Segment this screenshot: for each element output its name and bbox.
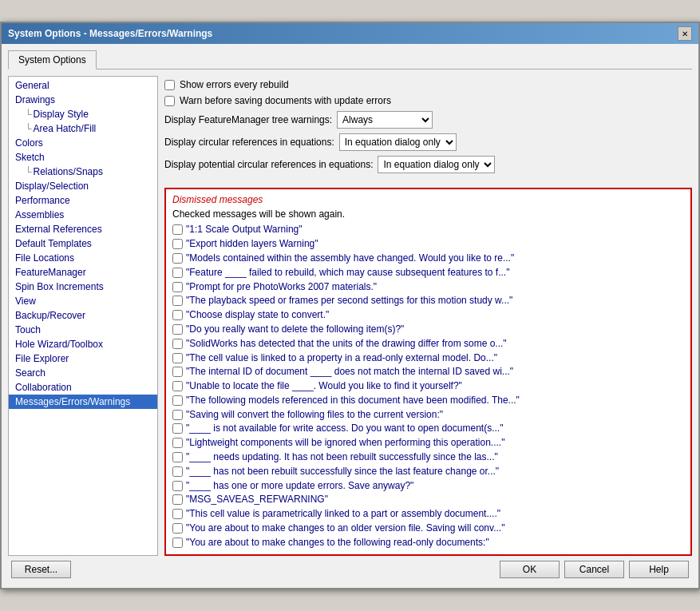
message-text: "____ has not been rebuilt successfully … <box>186 465 499 478</box>
options-area: Show errors every rebuild Warn before sa… <box>164 76 692 181</box>
sidebar-item-general[interactable]: General <box>9 78 157 93</box>
title-bar: System Options - Messages/Errors/Warning… <box>2 23 698 44</box>
message-checkbox-8[interactable] <box>172 339 183 349</box>
message-checkbox-22[interactable] <box>172 538 183 548</box>
sidebar-item-colors[interactable]: Colors <box>9 136 157 150</box>
potential-label: Display potential circular references in… <box>164 159 373 170</box>
message-checkbox-4[interactable] <box>172 282 183 292</box>
message-item: "The playback speed or frames per second… <box>172 294 684 307</box>
sidebar-item-display-selection[interactable]: Display/Selection <box>9 179 157 193</box>
message-checkbox-6[interactable] <box>172 310 183 320</box>
sidebar-item-assemblies[interactable]: Assemblies <box>9 208 157 222</box>
message-checkbox-21[interactable] <box>172 523 183 534</box>
main-window: System Options - Messages/Errors/Warning… <box>0 22 700 589</box>
message-text: "This cell value is parametrically linke… <box>186 507 500 521</box>
message-text: "____ is not available for write access.… <box>186 422 503 435</box>
messages-list: "1:1 Scale Output Warning""Export hidden… <box>172 223 684 549</box>
sidebar-item-relations-snaps[interactable]: └Relations/Snaps <box>9 165 157 179</box>
message-item: "Prompt for pre PhotoWorks 2007 material… <box>172 280 684 294</box>
message-text: "____ needs updating. It has not been re… <box>186 450 498 464</box>
message-text: "Prompt for pre PhotoWorks 2007 material… <box>186 280 377 294</box>
close-button[interactable]: ✕ <box>678 26 692 41</box>
sidebar-item-featuremanager[interactable]: FeatureManager <box>9 265 157 280</box>
window-title: System Options - Messages/Errors/Warning… <box>8 28 212 39</box>
help-button[interactable]: Help <box>629 561 689 578</box>
message-checkbox-15[interactable] <box>172 438 183 448</box>
message-checkbox-10[interactable] <box>172 367 183 377</box>
message-checkbox-5[interactable] <box>172 296 183 306</box>
reset-button[interactable]: Reset... <box>11 561 71 578</box>
message-checkbox-13[interactable] <box>172 410 183 420</box>
sidebar-item-search[interactable]: Search <box>9 366 157 380</box>
message-item: "The internal ID of document ____ does n… <box>172 365 684 379</box>
sidebar-item-spin-box-increments[interactable]: Spin Box Increments <box>9 280 157 294</box>
window-body: System Options GeneralDrawings└Display S… <box>2 44 698 587</box>
ok-button[interactable]: OK <box>500 561 560 578</box>
message-checkbox-20[interactable] <box>172 509 183 519</box>
message-item: "____ has one or more update errors. Sav… <box>172 479 684 493</box>
message-item: "Choose display state to convert." <box>172 308 684 322</box>
message-checkbox-1[interactable] <box>172 239 183 249</box>
sidebar-item-performance[interactable]: Performance <box>9 193 157 208</box>
dialog-buttons: OK Cancel Help <box>500 561 689 578</box>
message-checkbox-7[interactable] <box>172 324 183 335</box>
sidebar-item-display-style[interactable]: └Display Style <box>9 107 157 121</box>
message-item: "The cell value is linked to a property … <box>172 351 684 365</box>
sidebar-item-sketch[interactable]: Sketch <box>9 150 157 165</box>
featuremanager-label: Display FeatureManager tree warnings: <box>164 114 332 125</box>
sidebar-item-backup-recover[interactable]: Backup/Recover <box>9 308 157 323</box>
sidebar-item-view[interactable]: View <box>9 294 157 308</box>
message-item: "Models contained within the assembly ha… <box>172 252 684 265</box>
message-text: "____ has one or more update errors. Sav… <box>186 479 413 493</box>
content-area: GeneralDrawings└Display Style└Area Hatch… <box>8 76 692 555</box>
message-text: "1:1 Scale Output Warning" <box>186 223 302 236</box>
message-checkbox-16[interactable] <box>172 452 183 462</box>
option-row-2: Warn before saving documents with update… <box>164 95 692 106</box>
message-checkbox-2[interactable] <box>172 253 183 264</box>
sidebar-item-messages-errors-warnings[interactable]: Messages/Errors/Warnings <box>9 395 157 409</box>
message-checkbox-12[interactable] <box>172 395 183 406</box>
message-item: "____ is not available for write access.… <box>172 422 684 435</box>
message-text: "MSG_SAVEAS_REFWARNING" <box>186 493 328 506</box>
sidebar-item-file-locations[interactable]: File Locations <box>9 251 157 265</box>
message-checkbox-3[interactable] <box>172 268 183 278</box>
sidebar-item-default-templates[interactable]: Default Templates <box>9 236 157 251</box>
message-checkbox-17[interactable] <box>172 466 183 477</box>
message-item: "This cell value is parametrically linke… <box>172 507 684 521</box>
warn-saving-label: Warn before saving documents with update… <box>180 95 391 106</box>
option-row-1: Show errors every rebuild <box>164 79 692 90</box>
circular-select[interactable]: In equation dialog onlyAlwaysNever <box>339 133 457 151</box>
sidebar-item-area-hatch-fill[interactable]: └Area Hatch/Fill <box>9 121 157 136</box>
warn-saving-checkbox[interactable] <box>164 96 175 106</box>
dismissed-subtitle: Checked messages will be shown again. <box>172 208 684 220</box>
system-options-tab[interactable]: System Options <box>8 50 97 69</box>
featuremanager-select[interactable]: AlwaysNeverOnce per session <box>337 111 433 129</box>
message-text: "You are about to make changes to the fo… <box>186 536 489 550</box>
sidebar-item-collaboration[interactable]: Collaboration <box>9 380 157 395</box>
title-bar-buttons: ✕ <box>678 26 692 41</box>
sidebar-item-file-explorer[interactable]: File Explorer <box>9 351 157 366</box>
show-errors-checkbox[interactable] <box>164 80 175 90</box>
message-item: "Do you really want to delete the follow… <box>172 323 684 336</box>
message-item: "Export hidden layers Warning" <box>172 237 684 251</box>
message-item: "Feature ____ failed to rebuild, which m… <box>172 266 684 280</box>
message-item: "____ needs updating. It has not been re… <box>172 450 684 464</box>
sidebar-item-drawings[interactable]: Drawings <box>9 93 157 107</box>
potential-select[interactable]: In equation dialog onlyAlwaysNever <box>378 156 495 173</box>
message-checkbox-0[interactable] <box>172 224 183 235</box>
sidebar-item-touch[interactable]: Touch <box>9 323 157 337</box>
message-checkbox-14[interactable] <box>172 423 183 434</box>
message-checkbox-9[interactable] <box>172 353 183 363</box>
show-errors-label: Show errors every rebuild <box>180 79 289 90</box>
tab-strip: System Options <box>8 50 692 69</box>
message-checkbox-11[interactable] <box>172 381 183 391</box>
message-text: "Export hidden layers Warning" <box>186 237 318 251</box>
message-item: "Unable to locate the file ____. Would y… <box>172 379 684 393</box>
message-checkbox-18[interactable] <box>172 481 183 491</box>
cancel-button[interactable]: Cancel <box>564 561 624 578</box>
message-text: "Lightweight components will be ignored … <box>186 436 504 450</box>
message-text: "You are about to make changes to an old… <box>186 522 504 535</box>
sidebar-item-hole-wizard-toolbox[interactable]: Hole Wizard/Toolbox <box>9 337 157 351</box>
sidebar-item-external-references[interactable]: External References <box>9 222 157 236</box>
message-checkbox-19[interactable] <box>172 494 183 505</box>
